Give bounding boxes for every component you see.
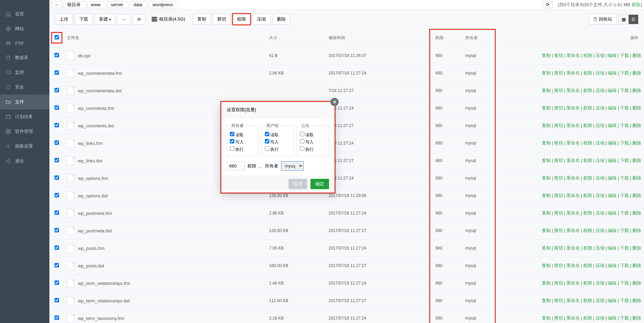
row-action-剪切[interactable]: 剪切 <box>554 70 563 76</box>
row-action-下载[interactable]: 下载 <box>620 315 629 321</box>
row-checkbox[interactable] <box>55 193 59 197</box>
row-checkbox[interactable] <box>55 70 59 75</box>
row-action-删除[interactable]: 删除 <box>632 228 641 233</box>
sidebar-item-settings[interactable]: 面板设置 <box>0 139 49 154</box>
row-action-压缩[interactable]: 压缩 <box>596 298 605 303</box>
row-action-权限[interactable]: 权限 <box>583 158 592 163</box>
row-action-编辑[interactable]: 编辑 <box>608 175 617 181</box>
row-action-下载[interactable]: 下载 <box>620 175 629 181</box>
row-action-重命名[interactable]: 重命名 <box>566 315 580 321</box>
perm-write-checkbox[interactable] <box>230 139 234 143</box>
table-row[interactable]: wp_posts.frm7.05 KB2017/07/18 11:27:2466… <box>49 240 644 257</box>
row-action-剪切[interactable]: 剪切 <box>554 193 563 198</box>
row-action-权限[interactable]: 权限 <box>583 105 592 111</box>
permission-numeric-input[interactable] <box>227 162 245 170</box>
breadcrumb-refresh-button[interactable]: ⟳ <box>543 1 553 8</box>
row-action-编辑[interactable]: 编辑 <box>608 53 617 58</box>
compress-button[interactable]: 压缩 <box>253 14 270 25</box>
breadcrumb-item[interactable]: wordpress <box>149 1 177 8</box>
row-checkbox[interactable] <box>55 315 59 320</box>
row-action-下载[interactable]: 下载 <box>620 210 629 216</box>
row-action-权限[interactable]: 权限 <box>583 298 592 303</box>
row-checkbox[interactable] <box>55 105 59 110</box>
row-action-编辑[interactable]: 编辑 <box>608 158 617 163</box>
download-button[interactable]: 下载 <box>75 14 93 25</box>
row-action-重命名[interactable]: 重命名 <box>566 53 580 58</box>
row-action-重命名[interactable]: 重命名 <box>566 88 580 93</box>
sidebar-item-home[interactable]: 首页 <box>0 7 49 22</box>
row-action-删除[interactable]: 删除 <box>632 298 641 303</box>
row-action-权限[interactable]: 权限 <box>583 210 592 216</box>
row-action-重命名[interactable]: 重命名 <box>566 263 580 268</box>
table-row[interactable]: wp_options.ibd128.00 KB2017/07/18 11:29:… <box>49 187 644 205</box>
sidebar-item-database[interactable]: 数据库 <box>0 50 49 65</box>
row-action-权限[interactable]: 权限 <box>583 245 592 251</box>
dialog-close-button[interactable]: ✕ <box>330 98 339 106</box>
table-row[interactable]: wp_postmeta.ibd128.00 KB2017/07/18 11:27… <box>49 222 644 240</box>
row-checkbox[interactable] <box>55 53 59 57</box>
view-toggle[interactable]: ▦ ☰ <box>619 14 639 24</box>
table-row[interactable]: wp_commentmeta.frm2.96 KB2017/07/18 11:2… <box>49 65 644 82</box>
row-action-下载[interactable]: 下载 <box>620 123 629 128</box>
row-action-复制[interactable]: 复制 <box>542 193 551 198</box>
breadcrumb-item[interactable]: data <box>130 1 146 8</box>
row-action-压缩[interactable]: 压缩 <box>596 158 605 163</box>
row-action-下载[interactable]: 下载 <box>620 140 629 146</box>
breadcrumb-item[interactable]: www <box>87 1 104 8</box>
row-action-复制[interactable]: 复制 <box>542 210 551 216</box>
row-action-下载[interactable]: 下载 <box>620 228 629 233</box>
dialog-cancel-button[interactable]: 取消 <box>289 179 307 189</box>
sidebar-item-logout[interactable]: 退出 <box>0 154 49 169</box>
row-action-重命名[interactable]: 重命名 <box>566 123 580 128</box>
table-row[interactable]: wp_term_relationships.frm1.46 KB2017/07/… <box>49 275 644 292</box>
permission-button[interactable]: 权限 <box>233 14 250 25</box>
table-row[interactable]: wp_term_relationships.ibd112.00 KB2017/0… <box>49 292 644 310</box>
table-row[interactable]: wp_options.frm7/18 11:27:24660mysql复制 | … <box>49 170 644 187</box>
row-action-复制[interactable]: 复制 <box>542 53 551 58</box>
row-action-复制[interactable]: 复制 <box>542 245 551 251</box>
select-all-checkbox[interactable] <box>55 35 59 39</box>
row-action-重命名[interactable]: 重命名 <box>566 193 580 198</box>
copy-button[interactable]: 复制 <box>193 14 211 25</box>
perm-exec-checkbox[interactable] <box>300 146 304 151</box>
row-checkbox[interactable] <box>55 210 59 215</box>
row-action-重命名[interactable]: 重命名 <box>566 175 580 181</box>
row-action-下载[interactable]: 下载 <box>620 298 629 303</box>
upload-button[interactable]: 上传 <box>55 14 73 25</box>
delete-button[interactable]: 删除 <box>272 14 290 25</box>
row-action-剪切[interactable]: 剪切 <box>554 245 563 251</box>
row-action-复制[interactable]: 复制 <box>542 123 551 128</box>
row-action-删除[interactable]: 删除 <box>632 70 641 76</box>
row-action-删除[interactable]: 删除 <box>632 105 641 111</box>
row-action-剪切[interactable]: 剪切 <box>554 263 563 268</box>
new-button[interactable]: 新建 <box>95 14 115 25</box>
row-action-下载[interactable]: 下载 <box>620 105 629 111</box>
owner-select[interactable]: mysq <box>281 161 304 171</box>
row-action-删除[interactable]: 删除 <box>632 280 641 286</box>
row-action-剪切[interactable]: 剪切 <box>554 280 563 286</box>
breadcrumb-back-button[interactable]: ← <box>51 1 62 8</box>
table-row[interactable]: db.opt61 B2017/07/18 11:26:07660mysql复制 … <box>49 47 644 65</box>
row-action-复制[interactable]: 复制 <box>542 175 551 181</box>
breadcrumb-item[interactable]: 根目录 <box>63 1 84 8</box>
row-checkbox[interactable] <box>55 175 59 180</box>
row-action-权限[interactable]: 权限 <box>583 123 592 128</box>
row-action-复制[interactable]: 复制 <box>542 280 551 286</box>
dialog-ok-button[interactable]: 确定 <box>311 179 329 189</box>
row-action-下载[interactable]: 下载 <box>620 53 629 58</box>
table-row[interactable]: wp_posts.ibd160.00 KB2017/07/18 11:27:27… <box>49 257 644 275</box>
row-action-删除[interactable]: 删除 <box>632 315 641 321</box>
row-checkbox[interactable] <box>55 123 59 127</box>
row-checkbox[interactable] <box>55 280 59 285</box>
row-action-编辑[interactable]: 编辑 <box>608 263 617 268</box>
row-action-压缩[interactable]: 压缩 <box>596 70 605 76</box>
row-action-下载[interactable]: 下载 <box>620 158 629 163</box>
row-action-重命名[interactable]: 重命名 <box>566 210 580 216</box>
row-action-删除[interactable]: 删除 <box>632 193 641 198</box>
row-action-编辑[interactable]: 编辑 <box>608 123 617 128</box>
row-action-重命名[interactable]: 重命名 <box>566 228 580 233</box>
row-action-权限[interactable]: 权限 <box>583 228 592 233</box>
row-action-编辑[interactable]: 编辑 <box>608 315 617 321</box>
row-action-剪切[interactable]: 剪切 <box>554 123 563 128</box>
perm-write-checkbox[interactable] <box>265 139 269 143</box>
